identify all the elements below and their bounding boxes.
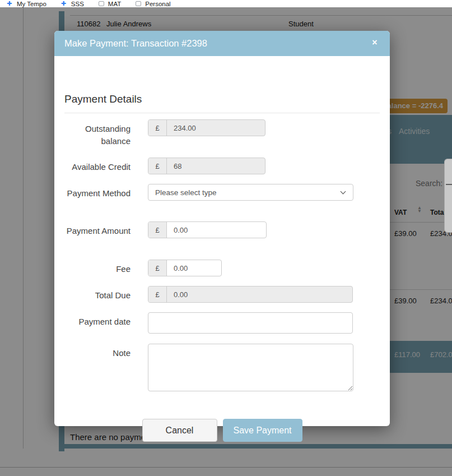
payment-amount-label: Payment Amount xyxy=(64,221,131,237)
section-title: Payment Details xyxy=(64,93,142,105)
bookmark-favicon-icon: ✚ xyxy=(7,1,13,7)
bookmark-label: Personal xyxy=(145,1,170,7)
bookmarks-bar: ✚ My Tempo ✚ SSS MAT Personal xyxy=(0,0,452,7)
save-payment-button[interactable]: Save Payment xyxy=(223,419,302,442)
payment-method-select[interactable]: Please select type xyxy=(148,184,353,201)
section-divider xyxy=(64,113,380,113)
cancel-button[interactable]: Cancel xyxy=(142,419,217,442)
modal-title: Make Payment: Transaction #2398 xyxy=(64,31,207,56)
modal-header: Make Payment: Transaction #2398 × xyxy=(54,31,390,56)
outstanding-balance-input-group: £ xyxy=(148,119,265,136)
currency-prefix: £ xyxy=(148,286,167,302)
dashed-marker xyxy=(446,184,452,185)
bookmark-personal[interactable]: Personal xyxy=(136,0,170,7)
modal-body: Payment Details Outstanding balance £ Av… xyxy=(54,56,390,426)
bookmark-mat[interactable]: MAT xyxy=(99,0,121,7)
currency-prefix: £ xyxy=(148,222,167,238)
available-credit-input xyxy=(167,158,265,174)
note-label: Note xyxy=(64,344,131,359)
available-credit-label: Available Credit xyxy=(64,158,131,173)
payment-amount-input-group: £ xyxy=(148,221,267,238)
payment-method-label: Payment Method xyxy=(64,184,131,200)
folder-icon xyxy=(136,1,141,6)
payment-date-label: Payment date xyxy=(64,312,131,328)
bookmark-sss[interactable]: ✚ SSS xyxy=(61,0,84,7)
folder-icon xyxy=(99,1,104,6)
bookmark-favicon-icon: ✚ xyxy=(61,1,67,7)
bookmark-label: My Tempo xyxy=(17,1,46,7)
bookmark-label: SSS xyxy=(71,1,84,7)
currency-prefix: £ xyxy=(148,158,167,174)
fee-label: Fee xyxy=(64,260,131,275)
fee-input-group: £ xyxy=(148,260,222,276)
total-due-input xyxy=(167,286,352,302)
chevron-down-icon xyxy=(341,189,346,195)
payment-amount-input[interactable] xyxy=(167,222,266,238)
close-icon[interactable]: × xyxy=(369,36,381,49)
outstanding-balance-input xyxy=(167,120,265,136)
payment-date-input[interactable] xyxy=(148,312,353,334)
bookmark-my-tempo[interactable]: ✚ My Tempo xyxy=(7,0,46,7)
right-edge-panel xyxy=(444,159,452,233)
outstanding-balance-label: Outstanding balance xyxy=(64,119,131,147)
currency-prefix: £ xyxy=(148,120,167,136)
make-payment-modal: Make Payment: Transaction #2398 × Paymen… xyxy=(54,31,390,426)
bookmark-label: MAT xyxy=(108,1,121,7)
note-textarea[interactable] xyxy=(148,344,353,391)
total-due-input-group: £ xyxy=(148,286,353,303)
total-due-label: Total Due xyxy=(64,286,131,302)
payment-method-selected-value: Please select type xyxy=(155,188,217,197)
fee-input[interactable] xyxy=(167,260,221,276)
modal-button-row: Cancel Save Payment xyxy=(54,419,390,442)
currency-prefix: £ xyxy=(148,260,167,276)
available-credit-input-group: £ xyxy=(148,158,265,174)
